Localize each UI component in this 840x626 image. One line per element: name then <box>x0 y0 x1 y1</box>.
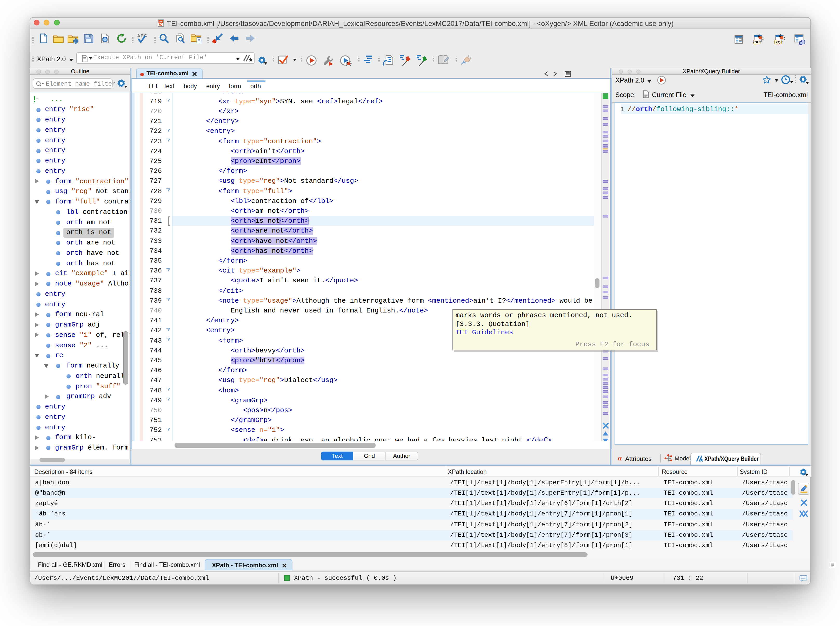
svg-text:ABC: ABC <box>137 33 147 38</box>
svg-text:XQ: XQ <box>775 40 780 44</box>
svg-text:XSLT: XSLT <box>752 40 761 44</box>
